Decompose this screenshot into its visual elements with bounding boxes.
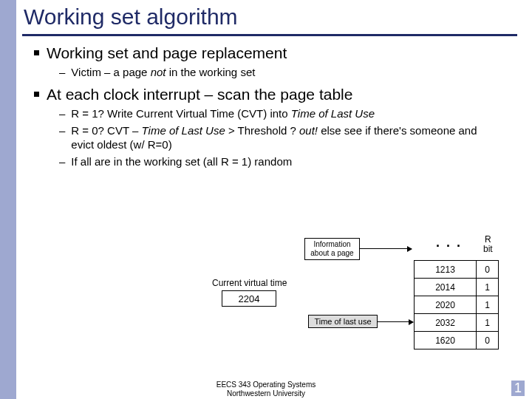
r-cell: 0 — [477, 261, 499, 279]
r-cell: 1 — [477, 314, 499, 332]
info-line-1: Information — [305, 240, 359, 249]
arrow-icon — [378, 321, 413, 322]
dash-icon: – — [59, 106, 65, 121]
dash-icon: – — [59, 123, 65, 138]
square-bullet-icon — [34, 50, 39, 55]
bullet-2-sub-1: – R = 1? Write Current Virtual Time (CVT… — [59, 106, 514, 121]
r-cell: 1 — [477, 279, 499, 296]
arrow-icon — [360, 248, 412, 249]
bullet-1-text: Working set and page replacement — [47, 44, 287, 63]
table-row: 12130 — [415, 261, 499, 279]
bullet-2: At each clock interrupt – scan the page … — [34, 86, 514, 104]
diagram: Information about a page . . . Rbit 1213… — [0, 222, 532, 399]
time-cell: 1620 — [415, 332, 477, 349]
info-box: Information about a page — [304, 238, 360, 260]
time-of-last-use-box: Time of last use — [308, 315, 378, 328]
cvt-value-box: 2204 — [222, 290, 276, 307]
page-number: 1 — [511, 381, 525, 396]
r-cell: 0 — [477, 332, 499, 349]
page-table: 12130 20141 20201 20321 16200 — [414, 260, 499, 349]
ellipsis: . . . — [436, 235, 462, 250]
time-cell: 2020 — [415, 296, 477, 314]
bullet-2-sub-3-text: If all are in the working set (all R = 1… — [71, 154, 292, 169]
table-row: 20201 — [415, 296, 499, 314]
table-row: 20321 — [415, 314, 499, 332]
bullet-2-sub-1-text: R = 1? Write Current Virtual Time (CVT) … — [71, 106, 375, 121]
info-line-2: about a page — [305, 249, 359, 258]
footer: EECS 343 Operating Systems Northwestern … — [0, 381, 532, 398]
time-cell: 2014 — [415, 279, 477, 296]
dash-icon: – — [59, 65, 65, 80]
bullet-1-sub-1-text: Victim – a page not in the working set — [71, 65, 255, 80]
footer-line-2: Northwestern University — [0, 389, 532, 398]
time-cell: 2032 — [415, 314, 477, 332]
table-row: 20141 — [415, 279, 499, 296]
table-row: 16200 — [415, 332, 499, 349]
title-rule — [22, 34, 517, 36]
r-bit-label: Rbit — [483, 235, 493, 253]
bullet-2-text: At each clock interrupt – scan the page … — [47, 86, 352, 104]
bullet-2-sub-3: – If all are in the working set (all R =… — [59, 154, 514, 169]
bullet-2-sub-2-text: R = 0? CVT – Time of Last Use > Threshol… — [71, 123, 499, 152]
time-cell: 1213 — [415, 261, 477, 279]
footer-line-1: EECS 343 Operating Systems — [0, 381, 532, 389]
slide-title: Working set algorithm — [24, 4, 238, 30]
bullet-2-sub-2: – R = 0? CVT – Time of Last Use > Thresh… — [59, 123, 514, 152]
bullet-1-sub-1: – Victim – a page not in the working set — [59, 65, 514, 80]
dash-icon: – — [59, 154, 65, 169]
bullet-1: Working set and page replacement — [34, 44, 514, 63]
cvt-label: Current virtual time — [212, 278, 287, 288]
content-area: Working set and page replacement – Victi… — [34, 44, 514, 171]
square-bullet-icon — [34, 92, 39, 97]
slide: Working set algorithm Working set and pa… — [0, 0, 532, 399]
r-cell: 1 — [477, 296, 499, 314]
